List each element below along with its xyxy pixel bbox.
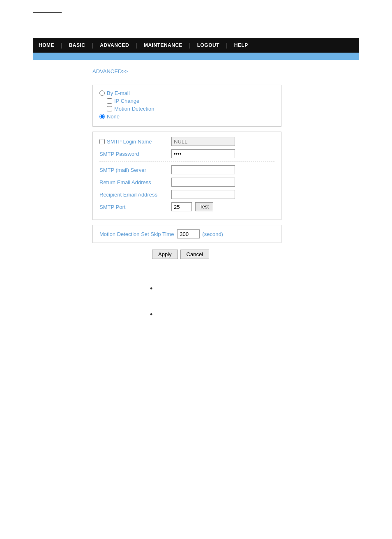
smtp-port-input[interactable]	[171, 202, 192, 211]
nav-basic[interactable]: BASIC	[63, 38, 91, 53]
recipient-email-row: Recipient Email Address	[99, 190, 274, 199]
bullet-item-2: •	[150, 310, 359, 319]
ip-change-label: IP Change	[114, 98, 139, 104]
page-wrapper: ADVANCED>> By E-mail IP Change Motion De…	[33, 60, 359, 344]
test-button[interactable]: Test	[195, 202, 213, 211]
return-email-row: Return Email Address	[99, 178, 274, 187]
ip-change-checkbox[interactable]	[107, 98, 112, 104]
cancel-button[interactable]: Cancel	[180, 250, 209, 259]
nav-sep-2: |	[91, 42, 94, 49]
motion-detection-checkbox[interactable]	[107, 106, 112, 111]
nav-sep-1: |	[60, 42, 63, 49]
motion-detection-section: Motion Detection Set Skip Time (second)	[92, 225, 281, 243]
nav-sep-3: |	[135, 42, 138, 49]
motion-detection-label: Motion Detection	[114, 106, 154, 112]
smtp-section: SMTP Login Name SMTP Password SMTP (mail…	[92, 132, 281, 220]
breadcrumb[interactable]: ADVANCED>>	[33, 68, 359, 74]
recipient-email-label: Recipient Email Address	[99, 192, 171, 198]
navigation-bar: HOME | BASIC | ADVANCED | MAINTENANCE | …	[33, 38, 359, 53]
nav-maintenance[interactable]: MAINTENANCE	[138, 38, 188, 53]
top-line-decoration	[33, 12, 62, 13]
motion-skip-label: Motion Detection Set Skip Time	[99, 231, 174, 237]
ip-change-row[interactable]: IP Change	[107, 98, 274, 104]
smtp-password-label: SMTP Password	[99, 151, 171, 157]
nav-sep-4: |	[188, 42, 191, 49]
return-email-label: Return Email Address	[99, 179, 171, 185]
bullet-section: • •	[92, 284, 359, 319]
bullet-item-1: •	[150, 284, 359, 293]
nav-help[interactable]: HELP	[228, 38, 254, 53]
motion-skip-row: Motion Detection Set Skip Time (second)	[99, 229, 274, 238]
smtp-password-input[interactable]	[171, 149, 235, 158]
motion-skip-input[interactable]	[177, 229, 200, 238]
motion-detection-row[interactable]: Motion Detection	[107, 106, 274, 112]
smtp-separator	[99, 162, 274, 162]
nav-sep-5: |	[225, 42, 228, 49]
bullet-dot-1: •	[150, 285, 152, 293]
action-buttons: Apply Cancel	[152, 250, 359, 259]
none-row[interactable]: None	[99, 113, 274, 120]
smtp-server-label: SMTP (mail) Server	[99, 167, 171, 173]
main-content: By E-mail IP Change Motion Detection Non…	[33, 85, 359, 319]
nav-home[interactable]: HOME	[33, 38, 60, 53]
smtp-login-checkbox[interactable]	[99, 139, 105, 144]
motion-unit-label: (second)	[202, 231, 223, 237]
none-label: None	[107, 113, 120, 120]
smtp-login-row: SMTP Login Name	[99, 137, 274, 146]
bullet-dot-2: •	[150, 310, 152, 319]
smtp-login-label: SMTP Login Name	[99, 139, 171, 145]
apply-button[interactable]: Apply	[152, 250, 178, 259]
nav-logout[interactable]: LOGOUT	[191, 38, 225, 53]
nav-advanced[interactable]: ADVANCED	[94, 38, 135, 53]
by-email-radio[interactable]	[99, 90, 105, 96]
return-email-input[interactable]	[171, 178, 235, 187]
smtp-port-label: SMTP Port	[99, 204, 171, 210]
smtp-server-row: SMTP (mail) Server	[99, 165, 274, 174]
recipient-email-input[interactable]	[171, 190, 235, 199]
smtp-login-input[interactable]	[171, 137, 235, 146]
blue-accent-bar	[33, 53, 359, 60]
by-email-row[interactable]: By E-mail	[99, 90, 274, 96]
notification-section: By E-mail IP Change Motion Detection Non…	[92, 85, 281, 127]
breadcrumb-divider	[92, 78, 310, 78]
smtp-password-row: SMTP Password	[99, 149, 274, 158]
by-email-label: By E-mail	[107, 90, 130, 96]
smtp-server-input[interactable]	[171, 165, 235, 174]
none-radio[interactable]	[99, 114, 105, 119]
smtp-port-row: SMTP Port Test	[99, 202, 274, 211]
